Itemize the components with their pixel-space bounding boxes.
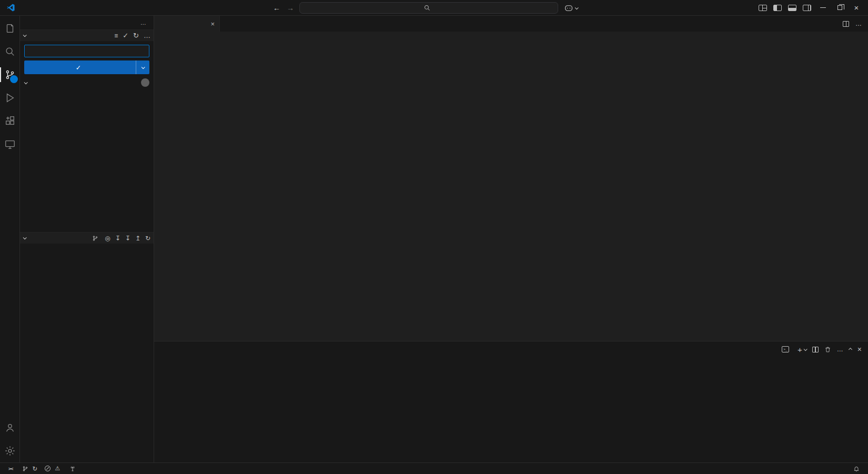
- sidebar-title: …: [20, 16, 154, 29]
- commit-graph: [20, 244, 154, 462]
- chevron-down-icon: [24, 80, 28, 84]
- close-icon[interactable]: ×: [210, 20, 215, 28]
- more-actions-icon[interactable]: …: [140, 19, 146, 26]
- branch-icon: [92, 235, 98, 241]
- pull-icon[interactable]: ↧: [125, 235, 130, 242]
- toggle-primary-sidebar-icon[interactable]: [773, 5, 782, 11]
- refresh-icon[interactable]: ↻: [133, 32, 139, 39]
- search-icon: [424, 5, 430, 11]
- auto-repo-toggle[interactable]: [92, 235, 100, 241]
- problems-indicator[interactable]: ⚠: [42, 463, 65, 474]
- source-control-sidebar: … ≡ ✓ ↻ … ✓: [20, 16, 154, 462]
- check-icon: ✓: [76, 64, 81, 72]
- branch-indicator[interactable]: ↻: [19, 463, 41, 474]
- commit-check-icon[interactable]: ✓: [123, 32, 128, 39]
- commit-message-input[interactable]: [24, 45, 149, 57]
- commit-button[interactable]: ✓: [24, 60, 149, 74]
- split-terminal-icon[interactable]: [812, 347, 819, 352]
- command-center-search[interactable]: [299, 2, 558, 14]
- radio-tower-icon: [69, 466, 76, 472]
- split-editor-icon[interactable]: [843, 21, 849, 27]
- fetch-icon[interactable]: ↧: [115, 235, 120, 242]
- editor-tab-bar: × …: [154, 16, 868, 32]
- ports-indicator[interactable]: [66, 463, 81, 474]
- terminal-output[interactable]: [154, 357, 868, 462]
- activity-bar: [0, 16, 20, 462]
- maximize-panel-icon[interactable]: [849, 347, 852, 351]
- bottom-panel: >_ + … ×: [154, 341, 868, 462]
- copilot-menu[interactable]: [564, 5, 578, 12]
- code-editor[interactable]: [154, 42, 868, 341]
- vscode-logo-icon: [6, 3, 15, 12]
- history-back-icon[interactable]: ←: [272, 4, 281, 12]
- close-panel-icon[interactable]: ×: [857, 345, 862, 354]
- more-actions-icon[interactable]: …: [855, 20, 862, 27]
- explorer-icon[interactable]: [0, 17, 20, 40]
- more-actions-icon[interactable]: …: [144, 32, 150, 39]
- warning-icon: ⚠: [55, 465, 60, 472]
- settings-gear-icon[interactable]: [0, 439, 20, 462]
- more-actions-icon[interactable]: …: [837, 346, 843, 353]
- changes-count-badge: [141, 78, 149, 87]
- chevron-down-icon: [575, 6, 579, 9]
- target-icon[interactable]: ◎: [105, 235, 110, 242]
- title-bar: ← → ×: [0, 0, 868, 16]
- source-control-icon[interactable]: [0, 63, 20, 86]
- remote-icon: ><: [8, 466, 13, 471]
- view-as-list-icon[interactable]: ≡: [114, 32, 118, 39]
- new-terminal-button[interactable]: +: [798, 346, 806, 354]
- run-debug-icon[interactable]: [0, 86, 20, 109]
- toggle-secondary-sidebar-icon[interactable]: [803, 5, 811, 11]
- changed-file-row[interactable]: [20, 88, 154, 98]
- kill-terminal-trash-icon[interactable]: [824, 346, 831, 353]
- push-icon[interactable]: ↥: [135, 235, 140, 242]
- tab-app-jsx[interactable]: ×: [154, 16, 220, 32]
- copilot-icon: [564, 5, 573, 12]
- terminal-profile[interactable]: >_: [782, 346, 792, 352]
- minimize-button[interactable]: [815, 1, 830, 15]
- scm-badge: [10, 75, 18, 83]
- accounts-icon[interactable]: [0, 416, 20, 439]
- refresh-icon[interactable]: ↻: [145, 235, 150, 242]
- status-bar: >< ↻ ⚠: [0, 462, 868, 474]
- chevron-down-icon: [23, 33, 27, 37]
- close-button[interactable]: ×: [849, 1, 864, 15]
- commit-dropdown[interactable]: [136, 60, 149, 74]
- branch-icon: [22, 466, 28, 472]
- remote-explorer-icon[interactable]: [0, 133, 20, 156]
- chevron-down-icon: [23, 236, 27, 239]
- restore-button[interactable]: [832, 1, 847, 15]
- remote-indicator[interactable]: ><: [5, 463, 18, 474]
- sync-icon: ↻: [33, 465, 38, 472]
- terminal-icon: >_: [782, 346, 789, 352]
- error-icon: [45, 466, 51, 471]
- customize-layout-icon[interactable]: [759, 5, 767, 11]
- history-forward-icon[interactable]: →: [286, 4, 295, 12]
- changes-section-header[interactable]: ≡ ✓ ↻ …: [20, 29, 154, 41]
- toggle-panel-icon[interactable]: [788, 5, 796, 11]
- extensions-icon[interactable]: [0, 109, 20, 133]
- changes-tree-item[interactable]: [20, 77, 154, 88]
- search-icon[interactable]: [0, 40, 20, 63]
- notifications-bell-icon[interactable]: [850, 466, 863, 472]
- breadcrumb: [154, 32, 868, 42]
- graph-section-header[interactable]: ◎ ↧ ↧ ↥ ↻: [20, 232, 154, 244]
